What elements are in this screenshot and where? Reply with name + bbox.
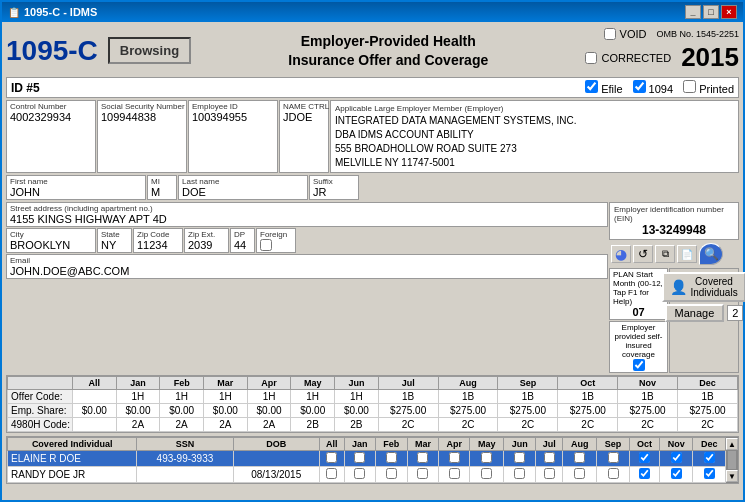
close-button[interactable]: × [721, 5, 737, 19]
ein-section: Employer identification number (EIN) 13-… [609, 202, 739, 240]
plan-label: PLAN Start Month (00-12, Tap F1 for Help… [613, 270, 664, 306]
month-checkbox[interactable] [608, 468, 619, 479]
th-jan: Jan [116, 377, 160, 390]
th-jun: Jun [335, 377, 379, 390]
month-checkbox[interactable] [704, 468, 715, 479]
covered-table-header-cell: Feb [375, 438, 407, 451]
year-label: 2015 [681, 42, 739, 73]
employer-line3: 555 BROADHOLLOW ROAD SUITE 273 [335, 142, 734, 156]
foreign-checkbox[interactable] [260, 239, 272, 251]
month-checkbox[interactable] [704, 452, 715, 463]
scroll-up-button[interactable]: ▲ [726, 438, 738, 450]
name-ctrl-field: NAME CTRL JDOE [279, 100, 329, 173]
form1094-label: 1094 [633, 80, 674, 95]
covered-month-cell [344, 467, 375, 483]
month-checkbox[interactable] [544, 468, 555, 479]
main-content: 1095-C Browsing Employer-Provided Health… [2, 22, 743, 500]
search-icon[interactable]: 🔍 [699, 243, 723, 265]
month-checkbox[interactable] [544, 452, 555, 463]
month-checkbox[interactable] [481, 468, 492, 479]
last-name-field: Last name DOE [178, 175, 308, 200]
table-cell: 1B [498, 390, 558, 404]
scroll-down-button[interactable]: ▼ [726, 470, 738, 482]
corrected-checkbox[interactable] [585, 52, 597, 64]
covered-month-cell [470, 467, 504, 483]
month-checkbox[interactable] [449, 452, 460, 463]
self-insured-section: Employer provided self-insured coverage [609, 321, 668, 373]
table-cell: 1B [678, 390, 738, 404]
table-cell: 2C [498, 418, 558, 432]
table-cell: 1H [160, 390, 204, 404]
form1094-checkbox[interactable] [633, 80, 646, 93]
month-checkbox[interactable] [671, 452, 682, 463]
right-header: VOID OMB No. 1545-2251 CORRECTED 2015 [585, 28, 739, 73]
month-checkbox[interactable] [639, 468, 650, 479]
month-checkbox[interactable] [574, 468, 585, 479]
month-checkbox[interactable] [386, 452, 397, 463]
void-checkbox[interactable] [604, 28, 616, 40]
ssn-field: Social Security Number 109944838 [97, 100, 187, 173]
mid-section: Street address (including apartment no.)… [6, 202, 739, 373]
covered-table-header-cell: Sep [597, 438, 630, 451]
covered-table-row: ELAINE R DOE493-99-3933 [8, 451, 726, 467]
covered-table: Covered IndividualSSNDOBAllJanFebMarAprM… [7, 437, 726, 483]
covered-scrollbar[interactable]: ▲ ▼ [726, 437, 738, 483]
month-checkbox[interactable] [386, 468, 397, 479]
table-cell: 2A [204, 418, 248, 432]
offer-table-section: All Jan Feb Mar Apr May Jun Jul Aug Sep … [6, 375, 739, 433]
covered-table-header-row: Covered IndividualSSNDOBAllJanFebMarAprM… [8, 438, 726, 451]
covered-month-cell [439, 451, 470, 467]
efile-checkbox[interactable] [585, 80, 598, 93]
table-cell: 2C [618, 418, 678, 432]
browsing-button[interactable]: Browsing [108, 37, 191, 64]
scroll-thumb[interactable] [727, 450, 737, 470]
table-cell: $275.00 [438, 404, 498, 418]
foreign-field: Foreign [256, 228, 296, 253]
month-checkbox[interactable] [354, 468, 365, 479]
plan-value: 07 [613, 306, 664, 318]
pie-chart-icon[interactable]: ◕ [611, 245, 631, 263]
table-cell: 2A [160, 418, 204, 432]
city-field: City BROOKLYN [6, 228, 96, 253]
month-checkbox[interactable] [481, 452, 492, 463]
maximize-button[interactable]: □ [703, 5, 719, 19]
covered-month-cell [470, 451, 504, 467]
covered-table-header-cell: Oct [629, 438, 659, 451]
covered-table-header-cell: Aug [563, 438, 597, 451]
month-checkbox[interactable] [417, 468, 428, 479]
month-checkbox[interactable] [639, 452, 650, 463]
month-checkbox[interactable] [326, 452, 337, 463]
id-row: ID #5 Efile 1094 Printed [6, 77, 739, 98]
manage-row: Manage 2 [665, 304, 744, 322]
covered-table-header-cell: DOB [233, 438, 319, 451]
minimize-button[interactable]: _ [685, 5, 701, 19]
refresh-icon[interactable]: ↺ [633, 245, 653, 263]
covered-month-cell [536, 451, 563, 467]
month-checkbox[interactable] [417, 452, 428, 463]
month-checkbox[interactable] [671, 468, 682, 479]
covered-dob-cell: 08/13/2015 [233, 467, 319, 483]
title-bar-left: 📋 1095-C - IDMS [8, 6, 97, 18]
month-checkbox[interactable] [574, 452, 585, 463]
printed-checkbox[interactable] [683, 80, 696, 93]
th-jul: Jul [378, 377, 438, 390]
table-cell: 2A [116, 418, 160, 432]
month-checkbox[interactable] [326, 468, 337, 479]
covered-count: 2 [727, 305, 743, 321]
manage-button[interactable]: Manage [665, 304, 725, 322]
month-checkbox[interactable] [514, 452, 525, 463]
month-checkbox[interactable] [514, 468, 525, 479]
table-cell: 1B [558, 390, 618, 404]
covered-month-cell [504, 467, 536, 483]
month-checkbox[interactable] [608, 452, 619, 463]
month-checkbox[interactable] [449, 468, 460, 479]
copy-icon[interactable]: ⧉ [655, 245, 675, 263]
covered-table-header-cell: All [319, 438, 344, 451]
paste-icon[interactable]: 📄 [677, 245, 697, 263]
void-row: VOID OMB No. 1545-2251 [604, 28, 739, 40]
covered-individuals-button[interactable]: 👤 Covered Individuals [662, 272, 745, 302]
table-cell: 2C [438, 418, 498, 432]
self-insured-checkbox[interactable] [633, 359, 645, 371]
month-checkbox[interactable] [354, 452, 365, 463]
covered-month-cell [629, 467, 659, 483]
